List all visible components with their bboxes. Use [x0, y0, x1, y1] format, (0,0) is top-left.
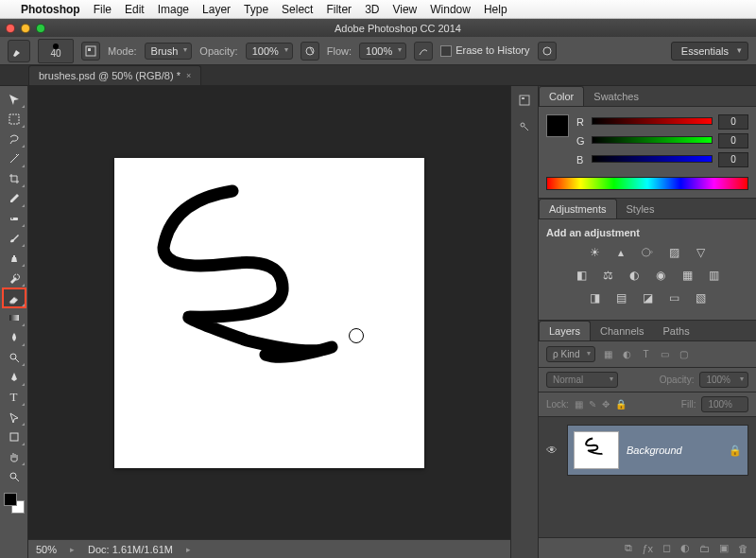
hand-tool[interactable]: [3, 447, 26, 466]
brush-panel-toggle-icon[interactable]: [81, 42, 100, 61]
clone-stamp-tool[interactable]: [3, 249, 26, 268]
link-layers-icon[interactable]: ⧉: [625, 542, 632, 554]
lock-pixels-icon[interactable]: ✎: [589, 399, 596, 410]
menu-layer[interactable]: Layer: [202, 3, 231, 16]
color-spectrum[interactable]: [546, 177, 748, 190]
gradient-tool[interactable]: [3, 308, 26, 327]
menu-edit[interactable]: Edit: [125, 3, 145, 16]
brush-preset-picker[interactable]: 40: [38, 39, 74, 63]
menu-file[interactable]: File: [94, 3, 112, 16]
photofilter-adjust-icon[interactable]: ◉: [652, 267, 669, 284]
filter-adjust-icon[interactable]: ◐: [620, 348, 633, 361]
history-panel-icon[interactable]: [516, 92, 533, 109]
r-value[interactable]: 0: [718, 114, 748, 130]
foreground-color-swatch[interactable]: [4, 493, 17, 506]
history-brush-tool[interactable]: [3, 269, 26, 288]
g-value[interactable]: 0: [718, 133, 748, 148]
airbrush-icon[interactable]: [414, 42, 433, 61]
menu-help[interactable]: Help: [484, 3, 507, 16]
tab-adjustments[interactable]: Adjustments: [539, 199, 617, 218]
menu-image[interactable]: Image: [158, 3, 189, 16]
menu-filter[interactable]: Filter: [326, 3, 352, 16]
lock-transparency-icon[interactable]: ▦: [575, 399, 583, 410]
document-tab[interactable]: brushes.psd @ 50% (RGB/8) * ×: [28, 65, 201, 85]
minimize-window-button[interactable]: [21, 24, 30, 33]
layer-name[interactable]: Background: [627, 445, 721, 456]
new-adjustment-layer-icon[interactable]: ◐: [680, 542, 690, 554]
flow-dropdown[interactable]: 100%: [359, 43, 406, 60]
pen-tool[interactable]: [3, 368, 26, 387]
vibrance-adjust-icon[interactable]: ▽: [692, 244, 709, 261]
type-tool[interactable]: T: [3, 388, 26, 407]
eyedropper-tool[interactable]: [3, 189, 26, 208]
close-tab-icon[interactable]: ×: [186, 71, 191, 80]
blur-tool[interactable]: [3, 328, 26, 347]
menu-type[interactable]: Type: [244, 3, 268, 16]
menu-app[interactable]: Photoshop: [21, 3, 80, 16]
threshold-adjust-icon[interactable]: ◪: [639, 289, 656, 306]
tab-channels[interactable]: Channels: [591, 322, 653, 340]
new-group-icon[interactable]: 🗀: [699, 543, 710, 554]
channelmixer-adjust-icon[interactable]: ▦: [679, 267, 696, 284]
properties-panel-icon[interactable]: [516, 118, 533, 135]
healing-brush-tool[interactable]: [3, 209, 26, 228]
filter-shape-icon[interactable]: ▭: [658, 348, 671, 361]
path-selection-tool[interactable]: [3, 408, 26, 427]
opacity-pressure-icon[interactable]: [301, 42, 319, 61]
b-slider[interactable]: [592, 155, 713, 165]
layer-mask-icon[interactable]: ◻: [662, 542, 671, 554]
bw-adjust-icon[interactable]: ◐: [626, 267, 643, 284]
colorbalance-adjust-icon[interactable]: ⚖: [599, 267, 616, 284]
filter-smart-icon[interactable]: ▢: [677, 348, 690, 361]
curves-adjust-icon[interactable]: ⧂: [639, 244, 656, 261]
g-slider[interactable]: [592, 136, 713, 146]
blend-mode-dropdown[interactable]: Normal: [546, 372, 618, 388]
workspace-switcher[interactable]: Essentials: [671, 42, 748, 61]
new-layer-icon[interactable]: ▣: [719, 542, 729, 554]
filter-pixel-icon[interactable]: ▦: [601, 348, 614, 361]
doc-info[interactable]: Doc: 1.61M/1.61M: [88, 544, 173, 555]
brightness-adjust-icon[interactable]: ☀: [586, 244, 603, 261]
tablet-pressure-icon[interactable]: [538, 42, 557, 61]
selectivecolor-adjust-icon[interactable]: ▧: [692, 289, 709, 306]
move-tool[interactable]: [3, 90, 26, 109]
color-panel-swatch[interactable]: [546, 114, 569, 137]
current-tool-icon[interactable]: [8, 40, 30, 62]
r-slider[interactable]: [592, 117, 713, 127]
eraser-tool[interactable]: [3, 288, 26, 307]
marquee-tool[interactable]: [3, 110, 26, 129]
magic-wand-tool[interactable]: [3, 149, 26, 168]
tab-swatches[interactable]: Swatches: [584, 87, 648, 106]
crop-tool[interactable]: [3, 169, 26, 188]
close-window-button[interactable]: [6, 24, 15, 33]
layer-thumbnail[interactable]: [574, 431, 619, 469]
tab-color[interactable]: Color: [539, 86, 584, 106]
levels-adjust-icon[interactable]: ▴: [612, 244, 629, 261]
doc-info-menu-icon[interactable]: ▸: [186, 545, 191, 554]
posterize-adjust-icon[interactable]: ▤: [612, 289, 629, 306]
filter-type-icon[interactable]: T: [639, 348, 652, 361]
lock-position-icon[interactable]: ✥: [602, 399, 610, 410]
exposure-adjust-icon[interactable]: ▨: [665, 244, 682, 261]
b-value[interactable]: 0: [718, 152, 748, 167]
zoom-tool[interactable]: [3, 467, 26, 486]
document-canvas[interactable]: [114, 158, 424, 468]
lock-all-icon[interactable]: 🔒: [615, 399, 627, 410]
status-expand-icon[interactable]: ▸: [70, 545, 75, 554]
zoom-window-button[interactable]: [36, 24, 45, 33]
tab-layers[interactable]: Layers: [539, 321, 591, 340]
layer-style-icon[interactable]: ƒx: [642, 543, 653, 554]
invert-adjust-icon[interactable]: ◨: [586, 289, 603, 306]
layer-visibility-icon[interactable]: 👁: [546, 444, 559, 457]
colorlookup-adjust-icon[interactable]: ▥: [705, 267, 722, 284]
tab-styles[interactable]: Styles: [617, 200, 664, 218]
menu-window[interactable]: Window: [430, 3, 471, 16]
opacity-dropdown[interactable]: 100%: [246, 43, 293, 60]
layer-filter-dropdown[interactable]: ρ Kind: [546, 346, 595, 362]
hue-adjust-icon[interactable]: ◧: [573, 267, 590, 284]
shape-tool[interactable]: [3, 427, 26, 446]
gradientmap-adjust-icon[interactable]: ▭: [665, 289, 682, 306]
brush-tool[interactable]: [3, 229, 26, 248]
layer-opacity-dropdown[interactable]: 100%: [699, 372, 748, 388]
foreground-background-swatch[interactable]: [4, 493, 25, 514]
